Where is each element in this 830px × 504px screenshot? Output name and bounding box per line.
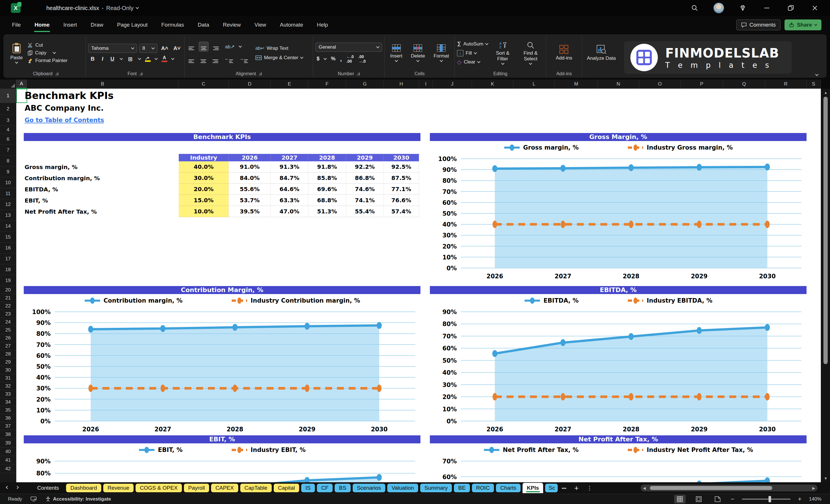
increase-decimal-button[interactable]: ←.0.00 (346, 54, 354, 63)
delete-cells-button[interactable]: ✕ Delete (409, 43, 427, 63)
title-chevron-icon[interactable] (135, 6, 139, 9)
chart-contribution-margin[interactable]: Contribution Margin, %Contribution margi… (24, 286, 420, 436)
column-header-D[interactable]: D (229, 80, 271, 89)
sheet-tab-scenarios[interactable]: Scenarios (353, 484, 386, 492)
row-header-39[interactable]: 39 (0, 439, 16, 447)
kpi-year-value[interactable]: 84.0% (229, 172, 271, 184)
minimize-button[interactable] (761, 3, 772, 13)
fill-button[interactable]: ↓Fill (457, 50, 488, 56)
tab-view[interactable]: View (254, 20, 267, 30)
kpi-year-value[interactable]: 47.0% (271, 206, 308, 217)
row-header-30[interactable]: 30 (0, 366, 16, 374)
column-header-O[interactable]: O (639, 80, 681, 89)
hscroll-left-icon[interactable]: ◀ (641, 486, 648, 490)
row-header-21[interactable]: 21 (0, 294, 16, 302)
sheet-tab-captable[interactable]: CapTable (240, 484, 272, 492)
tab-home[interactable]: Home (34, 20, 50, 30)
kpi-year-value[interactable]: 57.4% (384, 206, 419, 217)
row-header-36[interactable]: 36 (0, 414, 16, 422)
format-cells-button[interactable]: Format (431, 43, 451, 63)
autosum-button[interactable]: ΣAutoSum (457, 41, 488, 48)
horizontal-scrollbar[interactable]: ◀ ▶ (641, 484, 818, 492)
column-header-R[interactable]: R (765, 80, 806, 89)
tab-insert[interactable]: Insert (63, 20, 77, 30)
row-header-11[interactable]: 11 (0, 188, 16, 199)
kpi-year-value[interactable]: 87.5% (384, 172, 419, 184)
kpi-col-header[interactable]: 2029 (346, 154, 384, 161)
sheet-tab-bs[interactable]: BS (334, 484, 350, 492)
underline-button[interactable]: U (109, 56, 116, 62)
align-middle-icon[interactable] (199, 42, 209, 52)
kpi-year-value[interactable]: 63.3% (271, 195, 308, 206)
row-header-4[interactable]: 4 (0, 126, 16, 134)
row-header-31[interactable]: 31 (0, 374, 16, 382)
kpi-col-header[interactable]: 2030 (384, 154, 419, 161)
sheet-tab-is[interactable]: IS (301, 484, 315, 492)
sheet-options-icon[interactable]: ⋮ (586, 484, 592, 492)
tab-data[interactable]: Data (197, 20, 210, 30)
chart-net-profit-after-tax[interactable]: Net Profit After Tax, %Net Profit After … (430, 435, 806, 482)
wrap-text-button[interactable]: ab↩ Wrap Text (255, 45, 303, 51)
kpi-year-value[interactable]: 64.6% (271, 184, 308, 195)
kpi-label[interactable]: Gross margin, % (25, 161, 179, 172)
sheet-tab-charts[interactable]: Charts (496, 484, 520, 492)
column-header-L[interactable]: L (513, 80, 555, 89)
kpi-industry-value[interactable]: 15.0% (179, 195, 229, 206)
select-all-corner[interactable] (0, 80, 16, 89)
tab-formulas[interactable]: Formulas (161, 20, 185, 30)
kpi-label[interactable]: Net Profit After Tax, % (25, 206, 179, 217)
kpi-col-header[interactable]: 2028 (308, 154, 346, 161)
sheet-tab-dashboard[interactable]: Dashboard (66, 484, 101, 492)
chart-plot-area[interactable]: 0%10%20%30%40%50%60%70%80%90%20262027202… (24, 456, 420, 482)
row-header-1[interactable]: 1 (0, 89, 16, 103)
accessibility-status[interactable]: Accessibility: Investigate (45, 496, 111, 502)
column-header-B[interactable]: B (27, 80, 179, 89)
kpi-year-value[interactable]: 74.6% (346, 184, 384, 195)
vertical-scroll-thumb[interactable] (823, 97, 828, 364)
decrease-decimal-button[interactable]: .00→.0 (358, 54, 366, 63)
kpi-industry-value[interactable]: 40.0% (179, 161, 229, 172)
row-header-20[interactable]: 20 (0, 286, 16, 294)
scroll-down-icon[interactable]: ▼ (822, 475, 830, 482)
sheet-tab-revenue[interactable]: Revenue (103, 484, 134, 492)
new-sheet-button[interactable]: + (574, 484, 579, 493)
number-format-select[interactable]: General (316, 43, 382, 52)
tab-page-layout[interactable]: Page Layout (117, 20, 148, 30)
font-color-button[interactable]: A (162, 56, 167, 62)
sheet-tab-payroll[interactable]: Payroll (184, 484, 209, 492)
column-header-G[interactable]: G (346, 80, 384, 89)
kpi-year-value[interactable]: 91.3% (271, 161, 308, 172)
sheet-tab-be[interactable]: BE (454, 484, 470, 492)
macro-record-icon[interactable] (31, 497, 37, 501)
more-sheets-button[interactable]: ••• (562, 486, 566, 491)
column-header-N[interactable]: N (598, 80, 639, 89)
row-header-12[interactable]: 12 (0, 199, 16, 210)
restore-button[interactable] (786, 3, 796, 13)
sheet-tab-cogs-opex[interactable]: COGS & OPEX (135, 484, 182, 492)
kpi-industry-value[interactable]: 20.0% (179, 184, 229, 195)
align-bottom-icon[interactable] (211, 42, 221, 51)
decrease-font-icon[interactable]: A˅ (172, 45, 182, 52)
kpi-industry-value[interactable]: 10.0% (179, 206, 229, 217)
kpi-year-value[interactable]: 55.4% (346, 206, 384, 217)
clear-button[interactable]: ◇Clear (457, 59, 488, 65)
kpi-label[interactable]: EBITDA, % (25, 184, 179, 195)
kpi-label[interactable]: Contribution margin, % (25, 172, 179, 184)
close-button[interactable] (809, 3, 820, 13)
column-header-A[interactable]: A (16, 80, 27, 89)
font-name-select[interactable]: Tahoma (88, 44, 137, 53)
kpi-year-value[interactable]: 39.5% (229, 206, 271, 217)
normal-view-icon[interactable] (674, 495, 685, 503)
zoom-level[interactable]: 140% (809, 496, 822, 502)
chart-plot-area[interactable]: 0%10%20%30%40%50%60%70%80%90%100%2026202… (430, 154, 806, 283)
tab-review[interactable]: Review (222, 20, 241, 30)
row-header-33[interactable]: 33 (0, 390, 16, 398)
kpi-year-value[interactable]: 51.3% (308, 206, 346, 217)
row-header-3[interactable]: 3 (0, 115, 16, 126)
column-header-K[interactable]: K (472, 80, 513, 89)
merge-center-button[interactable]: Merge & Center (255, 55, 303, 61)
scroll-up-icon[interactable]: ▲ (822, 89, 830, 96)
sheet-canvas[interactable]: Benchmark KPIsABC Company Inc.Go to Tabl… (16, 89, 821, 482)
align-left-icon[interactable] (187, 55, 196, 64)
tab-file[interactable]: File (11, 20, 22, 30)
